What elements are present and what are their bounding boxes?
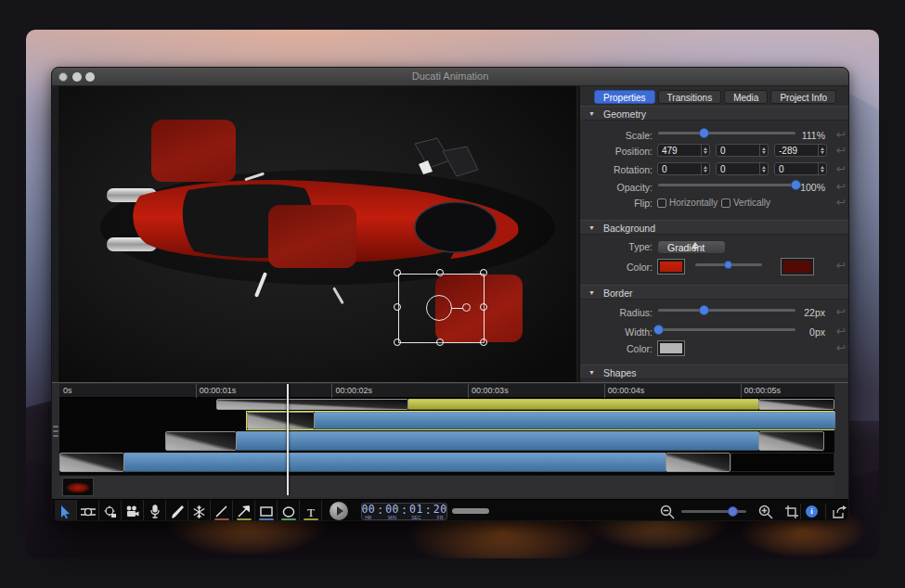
select-tool-button[interactable] xyxy=(55,500,77,521)
width-slider[interactable] xyxy=(658,325,795,335)
disclosure-triangle-icon[interactable]: ▼ xyxy=(588,289,595,296)
crop-button[interactable] xyxy=(782,500,802,521)
position-x-field[interactable] xyxy=(657,144,710,157)
gradient-knob[interactable] xyxy=(724,261,732,269)
zoom-in-button[interactable] xyxy=(756,500,776,521)
section-background[interactable]: ▼ Background xyxy=(580,220,849,235)
flip-vertical-checkbox[interactable] xyxy=(721,198,730,208)
arrow-tool-button[interactable] xyxy=(233,500,255,521)
selection-handle[interactable] xyxy=(394,339,401,346)
rotation-z-input[interactable] xyxy=(775,163,818,174)
shape-track-1[interactable] xyxy=(216,399,834,410)
gradient-slider[interactable] xyxy=(695,260,762,270)
disclosure-triangle-icon[interactable]: ▼ xyxy=(588,110,595,117)
shape-track-3-bar-segment[interactable] xyxy=(237,431,758,451)
stepper-icon[interactable] xyxy=(759,163,768,174)
timeline-ruler[interactable]: 0s00:00:01s00:00:02s00:00:03s00:00:04s00… xyxy=(59,384,834,398)
canvas[interactable] xyxy=(58,86,576,382)
motorcycle-thumbnail[interactable] xyxy=(62,478,94,496)
stepper-icon[interactable] xyxy=(701,163,709,174)
tab-properties[interactable]: Properties xyxy=(594,90,655,104)
undo-icon[interactable]: ↩ xyxy=(834,129,847,140)
shape-track-1-bar-segment[interactable] xyxy=(408,399,758,410)
draw-tool-button[interactable] xyxy=(166,500,188,521)
shape-track-3[interactable] xyxy=(165,431,824,451)
section-border[interactable]: ▼ Border xyxy=(580,285,849,300)
timeline-tracks-area[interactable]: 0s00:00:01s00:00:02s00:00:03s00:00:04s00… xyxy=(59,384,834,495)
tab-project-info[interactable]: Project Info xyxy=(770,90,836,104)
undo-icon[interactable]: ↩ xyxy=(834,181,847,192)
gradient-start-swatch[interactable] xyxy=(657,259,685,275)
rotation-y-field[interactable] xyxy=(716,162,769,175)
audio-tool-button[interactable] xyxy=(144,500,166,521)
selection-handle[interactable] xyxy=(394,269,401,276)
rotation-z-field[interactable] xyxy=(774,162,827,175)
share-button[interactable] xyxy=(828,500,849,521)
shape-track-2-ramp-segment[interactable] xyxy=(247,412,315,429)
selection-handle[interactable] xyxy=(394,303,401,311)
anchor-circle[interactable] xyxy=(426,295,452,321)
shape-track-3-ramp-segment[interactable] xyxy=(165,431,236,451)
border-color-swatch[interactable] xyxy=(657,340,685,356)
media-track-ramp-segment[interactable] xyxy=(666,453,730,472)
flip-horizontal-checkbox[interactable] xyxy=(657,198,666,208)
radius-slider[interactable] xyxy=(658,305,795,315)
scale-slider[interactable] xyxy=(658,128,795,138)
radius-knob[interactable] xyxy=(699,305,709,315)
playhead[interactable] xyxy=(287,384,289,495)
undo-icon[interactable]: ↩ xyxy=(834,197,847,208)
gradient-end-swatch[interactable] xyxy=(781,258,814,275)
width-knob[interactable] xyxy=(653,325,664,335)
stepper-icon[interactable] xyxy=(818,163,826,174)
shape-track-2-selected[interactable] xyxy=(246,411,834,430)
opacity-slider[interactable] xyxy=(658,180,795,190)
scale-knob[interactable] xyxy=(699,128,709,138)
red-rounded-rect-2[interactable] xyxy=(268,205,356,268)
selection-handle[interactable] xyxy=(480,269,487,276)
scrub-handle[interactable] xyxy=(452,508,489,514)
position-y-field[interactable] xyxy=(716,144,769,157)
undo-icon[interactable]: ↩ xyxy=(834,306,847,317)
stepper-icon[interactable] xyxy=(759,145,768,156)
info-button[interactable]: i xyxy=(806,505,818,518)
disclosure-triangle-icon[interactable]: ▼ xyxy=(588,369,595,376)
anchor-handle-dot[interactable] xyxy=(462,303,471,312)
titlebar[interactable]: Ducati Animation xyxy=(52,68,848,86)
selection-handle[interactable] xyxy=(480,303,487,311)
undo-icon[interactable]: ↩ xyxy=(834,342,847,353)
stepper-icon[interactable] xyxy=(818,145,826,156)
rectangle-tool-button[interactable] xyxy=(255,500,278,521)
stepper-icon[interactable] xyxy=(701,145,709,156)
section-shapes[interactable]: ▼ Shapes xyxy=(580,364,849,379)
selection-handle[interactable] xyxy=(480,339,487,346)
undo-icon[interactable]: ↩ xyxy=(834,163,847,174)
position-z-field[interactable] xyxy=(774,144,827,157)
media-track-bar-segment[interactable] xyxy=(124,453,665,472)
text-tool-button[interactable]: T xyxy=(300,500,322,521)
particles-tool-button[interactable] xyxy=(188,500,211,521)
ellipse-tool-button[interactable] xyxy=(278,500,300,521)
zoom-out-button[interactable] xyxy=(657,500,678,521)
position-z-input[interactable] xyxy=(775,145,818,156)
tab-transitions[interactable]: Transitions xyxy=(658,90,722,104)
undo-icon[interactable]: ↩ xyxy=(834,145,847,156)
undo-icon[interactable]: ↩ xyxy=(834,326,847,337)
shape-track-3-ramp-segment[interactable] xyxy=(758,431,825,451)
timeline-grip-handle[interactable] xyxy=(53,426,58,437)
rotation-x-field[interactable] xyxy=(657,162,710,175)
media-track-ramp-segment[interactable] xyxy=(59,453,124,472)
rotation-x-input[interactable] xyxy=(658,163,701,174)
tab-media[interactable]: Media xyxy=(724,90,768,104)
position-y-input[interactable] xyxy=(717,145,759,156)
selection-handle[interactable] xyxy=(436,339,444,346)
line-tool-button[interactable] xyxy=(211,500,233,521)
media-track-empty-segment[interactable] xyxy=(730,453,834,472)
shape-track-2-bar-segment[interactable] xyxy=(315,412,834,429)
position-x-input[interactable] xyxy=(658,145,701,156)
clip-tool-button[interactable] xyxy=(77,500,99,521)
camera-tool-button[interactable] xyxy=(99,500,122,521)
record-tool-button[interactable] xyxy=(122,500,144,521)
zoom-slider[interactable] xyxy=(681,510,746,513)
shape-track-1-ramp-segment[interactable] xyxy=(758,399,834,410)
selection-handle[interactable] xyxy=(436,269,444,276)
